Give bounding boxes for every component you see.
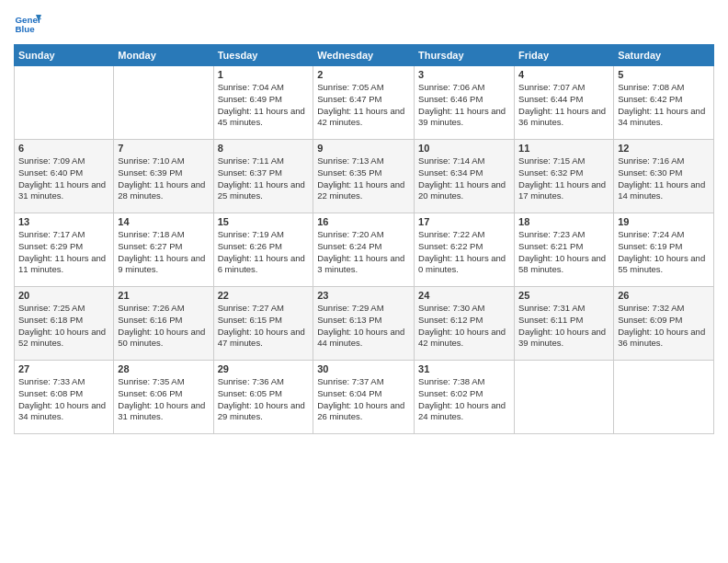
- calendar-cell-5-4: 30Sunrise: 7:37 AM Sunset: 6:04 PM Dayli…: [313, 361, 415, 434]
- calendar-cell-3-4: 16Sunrise: 7:20 AM Sunset: 6:24 PM Dayli…: [313, 213, 415, 287]
- calendar-cell-4-4: 23Sunrise: 7:29 AM Sunset: 6:13 PM Dayli…: [313, 287, 415, 361]
- calendar-cell-4-1: 20Sunrise: 7:25 AM Sunset: 6:18 PM Dayli…: [15, 287, 114, 361]
- day-number: 2: [317, 69, 410, 80]
- header: General Blue: [14, 9, 714, 37]
- day-number: 20: [18, 290, 109, 301]
- calendar-cell-3-2: 14Sunrise: 7:18 AM Sunset: 6:27 PM Dayli…: [114, 213, 213, 287]
- day-number: 9: [317, 143, 410, 154]
- day-info: Sunrise: 7:36 AM Sunset: 6:05 PM Dayligh…: [218, 376, 310, 423]
- day-info: Sunrise: 7:09 AM Sunset: 6:40 PM Dayligh…: [18, 155, 109, 202]
- calendar-week-2: 6Sunrise: 7:09 AM Sunset: 6:40 PM Daylig…: [15, 140, 714, 213]
- calendar-cell-5-2: 28Sunrise: 7:35 AM Sunset: 6:06 PM Dayli…: [114, 361, 213, 434]
- day-number: 12: [618, 143, 710, 154]
- day-info: Sunrise: 7:26 AM Sunset: 6:16 PM Dayligh…: [118, 303, 209, 350]
- day-number: 4: [518, 69, 609, 80]
- day-info: Sunrise: 7:24 AM Sunset: 6:19 PM Dayligh…: [618, 229, 710, 276]
- svg-text:Blue: Blue: [16, 24, 36, 34]
- calendar-cell-4-2: 21Sunrise: 7:26 AM Sunset: 6:16 PM Dayli…: [114, 287, 213, 361]
- calendar-header-sunday: Sunday: [15, 45, 114, 66]
- calendar-cell-5-1: 27Sunrise: 7:33 AM Sunset: 6:08 PM Dayli…: [15, 361, 114, 434]
- calendar-week-1: 1Sunrise: 7:04 AM Sunset: 6:49 PM Daylig…: [15, 66, 714, 140]
- day-number: 25: [518, 290, 609, 301]
- calendar-header-tuesday: Tuesday: [213, 45, 313, 66]
- calendar-cell-2-5: 10Sunrise: 7:14 AM Sunset: 6:34 PM Dayli…: [415, 140, 515, 213]
- calendar-cell-4-6: 25Sunrise: 7:31 AM Sunset: 6:11 PM Dayli…: [515, 287, 614, 361]
- calendar-header-thursday: Thursday: [415, 45, 515, 66]
- day-number: 29: [218, 363, 310, 374]
- calendar-header-saturday: Saturday: [614, 45, 714, 66]
- day-info: Sunrise: 7:15 AM Sunset: 6:32 PM Dayligh…: [518, 155, 609, 202]
- calendar-cell-1-1: [15, 66, 114, 140]
- calendar-header-monday: Monday: [114, 45, 213, 66]
- calendar-header-row: SundayMondayTuesdayWednesdayThursdayFrid…: [15, 45, 714, 66]
- calendar-cell-1-7: 5Sunrise: 7:08 AM Sunset: 6:42 PM Daylig…: [614, 66, 714, 140]
- calendar-cell-5-6: [515, 361, 614, 434]
- day-info: Sunrise: 7:10 AM Sunset: 6:39 PM Dayligh…: [118, 155, 209, 202]
- calendar-cell-2-4: 9Sunrise: 7:13 AM Sunset: 6:35 PM Daylig…: [313, 140, 415, 213]
- day-number: 10: [418, 143, 510, 154]
- calendar-week-5: 27Sunrise: 7:33 AM Sunset: 6:08 PM Dayli…: [15, 361, 714, 434]
- day-info: Sunrise: 7:05 AM Sunset: 6:47 PM Dayligh…: [317, 82, 410, 129]
- calendar-week-4: 20Sunrise: 7:25 AM Sunset: 6:18 PM Dayli…: [15, 287, 714, 361]
- logo-icon: General Blue: [14, 9, 41, 37]
- day-info: Sunrise: 7:23 AM Sunset: 6:21 PM Dayligh…: [518, 229, 609, 276]
- day-info: Sunrise: 7:37 AM Sunset: 6:04 PM Dayligh…: [317, 376, 410, 423]
- calendar-cell-2-2: 7Sunrise: 7:10 AM Sunset: 6:39 PM Daylig…: [114, 140, 213, 213]
- day-info: Sunrise: 7:18 AM Sunset: 6:27 PM Dayligh…: [118, 229, 209, 276]
- day-info: Sunrise: 7:07 AM Sunset: 6:44 PM Dayligh…: [518, 82, 609, 129]
- day-number: 5: [618, 69, 710, 80]
- day-info: Sunrise: 7:38 AM Sunset: 6:02 PM Dayligh…: [418, 376, 510, 423]
- day-number: 15: [218, 216, 310, 227]
- day-number: 6: [18, 143, 109, 154]
- day-number: 27: [18, 363, 109, 374]
- calendar-cell-2-7: 12Sunrise: 7:16 AM Sunset: 6:30 PM Dayli…: [614, 140, 714, 213]
- calendar-cell-2-1: 6Sunrise: 7:09 AM Sunset: 6:40 PM Daylig…: [15, 140, 114, 213]
- calendar-cell-1-6: 4Sunrise: 7:07 AM Sunset: 6:44 PM Daylig…: [515, 66, 614, 140]
- day-number: 3: [418, 69, 510, 80]
- day-info: Sunrise: 7:29 AM Sunset: 6:13 PM Dayligh…: [317, 303, 410, 350]
- day-number: 28: [118, 363, 209, 374]
- day-info: Sunrise: 7:13 AM Sunset: 6:35 PM Dayligh…: [317, 155, 410, 202]
- calendar-header-friday: Friday: [515, 45, 614, 66]
- calendar-cell-1-3: 1Sunrise: 7:04 AM Sunset: 6:49 PM Daylig…: [213, 66, 313, 140]
- calendar-cell-3-1: 13Sunrise: 7:17 AM Sunset: 6:29 PM Dayli…: [15, 213, 114, 287]
- calendar-cell-4-7: 26Sunrise: 7:32 AM Sunset: 6:09 PM Dayli…: [614, 287, 714, 361]
- day-number: 31: [418, 363, 510, 374]
- calendar-week-3: 13Sunrise: 7:17 AM Sunset: 6:29 PM Dayli…: [15, 213, 714, 287]
- calendar-cell-4-5: 24Sunrise: 7:30 AM Sunset: 6:12 PM Dayli…: [415, 287, 515, 361]
- calendar-cell-3-3: 15Sunrise: 7:19 AM Sunset: 6:26 PM Dayli…: [213, 213, 313, 287]
- day-info: Sunrise: 7:30 AM Sunset: 6:12 PM Dayligh…: [418, 303, 510, 350]
- logo: General Blue: [14, 9, 41, 37]
- day-info: Sunrise: 7:16 AM Sunset: 6:30 PM Dayligh…: [618, 155, 710, 202]
- day-info: Sunrise: 7:11 AM Sunset: 6:37 PM Dayligh…: [218, 155, 310, 202]
- day-info: Sunrise: 7:33 AM Sunset: 6:08 PM Dayligh…: [18, 376, 109, 423]
- day-number: 23: [317, 290, 410, 301]
- day-number: 1: [218, 69, 310, 80]
- day-info: Sunrise: 7:19 AM Sunset: 6:26 PM Dayligh…: [218, 229, 310, 276]
- day-number: 13: [18, 216, 109, 227]
- day-info: Sunrise: 7:06 AM Sunset: 6:46 PM Dayligh…: [418, 82, 510, 129]
- day-info: Sunrise: 7:31 AM Sunset: 6:11 PM Dayligh…: [518, 303, 609, 350]
- day-info: Sunrise: 7:14 AM Sunset: 6:34 PM Dayligh…: [418, 155, 510, 202]
- day-info: Sunrise: 7:25 AM Sunset: 6:18 PM Dayligh…: [18, 303, 109, 350]
- calendar-cell-5-5: 31Sunrise: 7:38 AM Sunset: 6:02 PM Dayli…: [415, 361, 515, 434]
- day-number: 16: [317, 216, 410, 227]
- calendar-cell-4-3: 22Sunrise: 7:27 AM Sunset: 6:15 PM Dayli…: [213, 287, 313, 361]
- day-number: 30: [317, 363, 410, 374]
- calendar-cell-3-5: 17Sunrise: 7:22 AM Sunset: 6:22 PM Dayli…: [415, 213, 515, 287]
- day-number: 14: [118, 216, 209, 227]
- calendar-header-wednesday: Wednesday: [313, 45, 415, 66]
- calendar-cell-3-6: 18Sunrise: 7:23 AM Sunset: 6:21 PM Dayli…: [515, 213, 614, 287]
- day-info: Sunrise: 7:27 AM Sunset: 6:15 PM Dayligh…: [218, 303, 310, 350]
- day-info: Sunrise: 7:08 AM Sunset: 6:42 PM Dayligh…: [618, 82, 710, 129]
- day-info: Sunrise: 7:20 AM Sunset: 6:24 PM Dayligh…: [317, 229, 410, 276]
- day-number: 21: [118, 290, 209, 301]
- calendar-cell-3-7: 19Sunrise: 7:24 AM Sunset: 6:19 PM Dayli…: [614, 213, 714, 287]
- calendar-table: SundayMondayTuesdayWednesdayThursdayFrid…: [14, 44, 714, 434]
- day-info: Sunrise: 7:17 AM Sunset: 6:29 PM Dayligh…: [18, 229, 109, 276]
- day-number: 19: [618, 216, 710, 227]
- day-number: 8: [218, 143, 310, 154]
- calendar-cell-1-5: 3Sunrise: 7:06 AM Sunset: 6:46 PM Daylig…: [415, 66, 515, 140]
- day-number: 26: [618, 290, 710, 301]
- calendar-cell-1-4: 2Sunrise: 7:05 AM Sunset: 6:47 PM Daylig…: [313, 66, 415, 140]
